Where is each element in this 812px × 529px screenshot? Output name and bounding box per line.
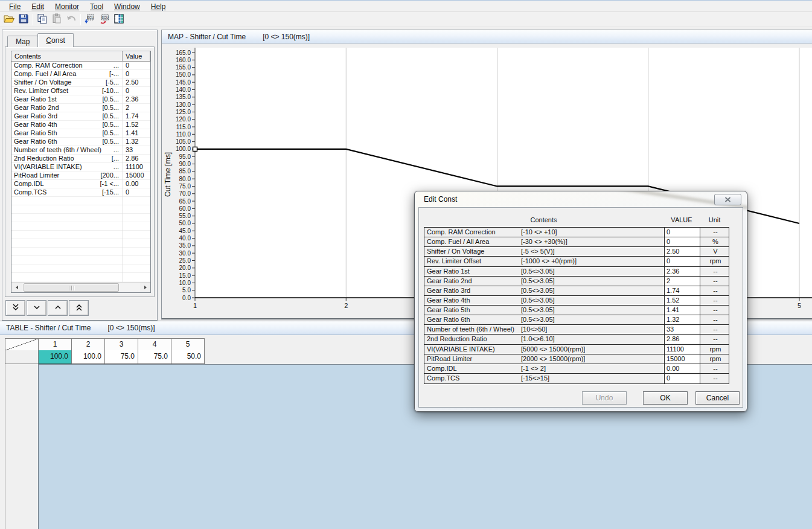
menu-item-tool[interactable]: Tool <box>85 2 109 11</box>
dialog-const-value-field[interactable]: 33 <box>664 325 700 334</box>
table-cell-col4[interactable]: 75.0 <box>138 350 171 364</box>
dialog-const-value-field[interactable]: 0 <box>664 257 700 266</box>
dialog-const-value-field[interactable]: 0.00 <box>664 364 700 373</box>
menu-item-help[interactable]: Help <box>145 2 171 11</box>
svg-text:55.0: 55.0 <box>179 213 191 219</box>
const-list-row[interactable]: Gear Ratio 5th [0.5... 1.41 <box>11 129 150 138</box>
tab-map[interactable]: Map <box>7 36 38 47</box>
scroll-left-arrow-icon[interactable] <box>11 283 22 292</box>
paste-button[interactable] <box>50 13 64 26</box>
close-icon <box>724 196 731 204</box>
close-button[interactable] <box>714 194 741 205</box>
dialog-const-value-field[interactable]: 2.50 <box>664 247 700 256</box>
horizontal-scrollbar[interactable] <box>11 282 150 292</box>
const-list-row[interactable]: Comp.TCS [-15... 0 <box>11 188 150 197</box>
dialog-const-range: [0.5<>3.05] <box>521 297 555 304</box>
move-down-button[interactable] <box>27 300 46 316</box>
dialog-const-row: Comp. RAM Correction [-10 <> +10] 0 -- <box>424 228 729 237</box>
table-view-button[interactable] <box>112 13 126 26</box>
dialog-const-value-field[interactable]: 0 <box>664 228 700 237</box>
dialog-const-value-field[interactable]: 0 <box>664 374 700 383</box>
jump-bottom-button[interactable] <box>5 300 25 316</box>
list-header-value[interactable]: Value <box>123 51 150 62</box>
dialog-const-value-field[interactable]: 2.86 <box>664 335 700 344</box>
const-list-row[interactable]: PitRoad Limiter [200... 15000 <box>11 172 150 180</box>
save-button[interactable] <box>16 13 31 26</box>
const-range: [0.5... <box>102 104 119 111</box>
svg-text:110.0: 110.0 <box>176 131 191 138</box>
const-list-row[interactable]: Number of teeth (6th / Wheel) ... 33 <box>11 146 150 155</box>
scroll-right-arrow-icon[interactable] <box>140 283 150 292</box>
dialog-const-unit: -- <box>701 297 730 304</box>
ecu-write-button[interactable]: ECU <box>83 13 97 26</box>
move-up-button[interactable] <box>48 300 68 316</box>
tab-const[interactable]: Const <box>37 33 73 47</box>
table-col-header-3[interactable]: 3 <box>104 338 138 351</box>
const-list-row[interactable]: Comp.IDL [-1 <... 0.00 <box>11 180 150 188</box>
const-list-row[interactable]: 2nd Reduction Ratio [... 2.86 <box>11 155 150 163</box>
const-list-row[interactable]: Rev. Limiter Offset [-10... 0 <box>11 87 150 95</box>
table-cell-col5[interactable]: 50.0 <box>171 350 205 364</box>
table-col-header-5[interactable]: 5 <box>171 338 205 351</box>
table-col-header-1[interactable]: 1 <box>38 338 72 351</box>
const-name: Comp. Fuel / All Area <box>14 70 76 77</box>
dialog-const-value-field[interactable]: 1.52 <box>664 296 700 305</box>
const-value: 2.50 <box>126 79 138 86</box>
dialog-const-range: [-5 <> 5(V)] <box>521 248 555 255</box>
const-list-row[interactable]: Gear Ratio 3rd [0.5... 1.74 <box>11 112 150 121</box>
dialog-const-unit: rpm <box>701 257 730 264</box>
open-button[interactable] <box>2 13 16 26</box>
table-cell-col3[interactable]: 75.0 <box>104 350 138 364</box>
scrollbar-thumb[interactable] <box>24 283 119 292</box>
const-name: Comp.TCS <box>14 188 46 196</box>
undo-button[interactable] <box>64 13 78 26</box>
const-list-row[interactable]: Gear Ratio 6th [0.5... 1.32 <box>11 138 150 146</box>
dialog-const-value-field[interactable]: 1.74 <box>664 286 700 295</box>
const-list-row[interactable]: Shifter / On Voltage [-5... 2.50 <box>11 79 150 87</box>
table-cell-col2[interactable]: 100.0 <box>71 350 105 364</box>
const-name: Rev. Limiter Offset <box>14 87 68 94</box>
dialog-const-name: Comp. RAM Correction <box>427 228 496 236</box>
jump-top-button[interactable] <box>69 300 89 316</box>
dialog-const-value-field[interactable]: 2.36 <box>664 267 700 276</box>
svg-text:130.0: 130.0 <box>176 101 191 108</box>
const-name: Shifter / On Voltage <box>14 79 71 86</box>
dialog-const-value-field[interactable]: 1.32 <box>664 315 700 324</box>
dialog-const-name: Gear Ratio 1st <box>427 268 470 275</box>
const-list-row[interactable]: VI(VARIABLE INTAKE) ... 11100 <box>11 163 150 172</box>
dialog-const-value-field[interactable]: 15000 <box>664 354 700 364</box>
table-col-header-4[interactable]: 4 <box>138 338 171 351</box>
dialog-const-value-field[interactable]: 1.41 <box>664 306 700 315</box>
menu-item-window[interactable]: Window <box>109 2 145 11</box>
const-list-row[interactable]: Gear Ratio 1st [0.5... 2.36 <box>11 95 150 104</box>
dialog-column-contents: Contents <box>424 216 663 223</box>
menu-item-file[interactable]: File <box>4 2 26 11</box>
copy-button[interactable] <box>35 13 50 26</box>
dialog-const-value-field[interactable]: 11100 <box>664 345 700 354</box>
const-list-row[interactable]: Comp. RAM Correction ... 0 <box>11 62 150 70</box>
table-cell-col1[interactable]: 100.0 <box>38 350 72 364</box>
dialog-const-name: Comp.TCS <box>427 374 459 382</box>
const-list-row[interactable]: Gear Ratio 4th [0.5... 1.52 <box>11 121 150 129</box>
svg-text:Cut Time [ms]: Cut Time [ms] <box>164 152 172 197</box>
dialog-const-value-field[interactable]: 0 <box>664 237 700 246</box>
table-col-header-2[interactable]: 2 <box>71 338 105 351</box>
const-name: Comp. RAM Correction <box>14 62 83 69</box>
table-row-header-cell[interactable] <box>5 350 39 364</box>
menu-item-monitor[interactable]: Monitor <box>50 2 85 11</box>
list-header-contents[interactable]: Contents <box>11 51 123 62</box>
dialog-const-range: [10<>50] <box>521 325 547 333</box>
ecu-read-button[interactable]: ECU <box>97 13 112 26</box>
menu-item-edit[interactable]: Edit <box>26 2 50 11</box>
const-list-empty-row <box>11 264 150 273</box>
const-range: [0.5... <box>102 112 119 120</box>
const-range: [0.5... <box>102 129 119 136</box>
cancel-button[interactable]: Cancel <box>695 391 740 405</box>
toolbar: ECU ECU <box>0 12 812 27</box>
const-list-row[interactable]: Comp. Fuel / All Area [-... 0 <box>11 70 150 79</box>
const-list-row[interactable]: Gear Ratio 2nd [0.5... 2 <box>11 104 150 112</box>
list-rows: Comp. RAM Correction ... 0 Comp. Fuel / … <box>11 62 150 282</box>
ok-button[interactable]: OK <box>643 391 688 405</box>
svg-text:35.0: 35.0 <box>179 242 191 249</box>
dialog-const-value-field[interactable]: 2 <box>664 277 700 286</box>
